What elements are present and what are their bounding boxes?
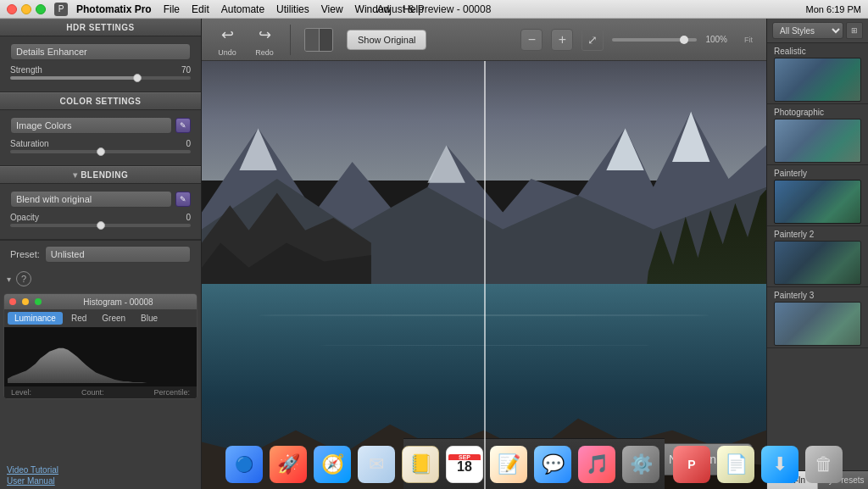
saturation-slider-track[interactable] (10, 150, 191, 153)
hist-level-label: Level: (11, 388, 31, 397)
menu-view[interactable]: View (321, 3, 343, 15)
style-item-photographic[interactable]: Photographic (767, 104, 868, 165)
menu-app[interactable]: Photomatix Pro (76, 3, 152, 15)
styles-dropdown[interactable]: All Styles (772, 22, 843, 39)
style-item-painterly[interactable]: Painterly (767, 165, 868, 226)
dock-notes[interactable]: 📝 (490, 446, 527, 483)
zoom-slider[interactable] (612, 38, 697, 42)
dock-trash[interactable]: 🗑 (805, 446, 843, 483)
launchpad-icon: 🚀 (277, 453, 300, 475)
manual-link[interactable]: User Manual (7, 476, 194, 486)
style-item-realistic[interactable]: Realistic (767, 43, 868, 104)
right-panel: All Styles ⊞ Realistic Photographic Pain… (766, 19, 868, 489)
hist-tab-green[interactable]: Green (95, 312, 132, 325)
main-layout: HDR SETTINGS Details Enhancer Strength 7… (0, 19, 868, 489)
styles-grid-btn[interactable]: ⊞ (846, 22, 863, 39)
dock-launchpad[interactable]: 🚀 (270, 446, 307, 483)
blending-section: Blend with original ✎ Opacity 0 (0, 184, 201, 240)
dock-contacts[interactable]: 📒 (402, 446, 439, 483)
center-right-wrapper: ↩ Undo ↪ Redo Show Original − (202, 19, 766, 489)
view-controls: − + ⤢ 100% (520, 29, 727, 51)
dock-notes2[interactable]: 📄 (717, 446, 754, 483)
dock-calendar[interactable]: SEP 18 (446, 446, 483, 483)
split-view-button[interactable] (304, 28, 333, 52)
style-item-painterly2[interactable]: Painterly 2 (767, 226, 868, 287)
menu-file[interactable]: File (164, 3, 180, 15)
close-button[interactable] (7, 4, 17, 14)
hist-tab-blue[interactable]: Blue (134, 312, 164, 325)
grid-icon: ⊞ (851, 26, 858, 35)
style-painterly2-thumb (774, 241, 861, 285)
menu-bar: P Photomatix Pro File Edit Automate Util… (0, 0, 868, 19)
style-item-painterly3[interactable]: Painterly 3 (767, 287, 868, 348)
opacity-slider-row: Opacity 0 (10, 213, 191, 227)
panel-collapse-arrow[interactable]: ▾ (7, 275, 11, 284)
zoom-out-button[interactable]: − (520, 29, 542, 51)
toolbar-divider-1 (290, 25, 291, 55)
sv-left (305, 29, 320, 51)
menu-utilities[interactable]: Utilities (276, 3, 309, 15)
hdr-preset-row: Details Enhancer (10, 43, 191, 60)
mail-icon: ✉ (369, 453, 384, 475)
window-title: Adjust & Preview - 00008 (377, 3, 492, 15)
image-area: Next: Finish (202, 61, 766, 489)
histogram-chart (4, 327, 197, 386)
redo-button[interactable]: ↪ Redo (253, 23, 276, 57)
opacity-slider-track[interactable] (10, 224, 191, 227)
fit-label: Fit (744, 36, 753, 44)
menu-automate[interactable]: Automate (221, 3, 264, 15)
dock-finder[interactable]: 🔵 (225, 446, 263, 483)
hist-tab-red[interactable]: Red (64, 312, 93, 325)
saturation-label: Saturation (10, 139, 49, 148)
hist-tab-luminance[interactable]: Luminance (8, 312, 63, 325)
style-painterly-thumb (774, 180, 861, 224)
zoom-out-icon: − (528, 32, 536, 47)
tutorial-link[interactable]: Video Tutorial (7, 465, 194, 475)
dock-system-prefs[interactable]: ⚙️ (622, 446, 659, 483)
strength-slider-thumb[interactable] (133, 74, 142, 82)
dock-photomatix[interactable]: P (673, 446, 710, 483)
split-line (484, 61, 486, 489)
style-realistic-thumb (774, 58, 861, 102)
hist-minimize[interactable] (22, 298, 29, 305)
dock-store[interactable]: ⬇ (761, 446, 798, 483)
opacity-slider-thumb[interactable] (97, 221, 105, 230)
opacity-label: Opacity (10, 213, 39, 222)
dock-music[interactable]: 🎵 (578, 446, 615, 483)
hdr-preset-dropdown[interactable]: Details Enhancer (10, 43, 191, 60)
color-dropdown[interactable]: Image Colors (10, 117, 172, 134)
fullscreen-button[interactable] (36, 4, 46, 14)
fit-button[interactable]: ⤢ (581, 29, 604, 51)
store-icon: ⬇ (772, 453, 787, 475)
saturation-value: 0 (186, 139, 191, 148)
zoom-in-icon: + (559, 32, 566, 47)
saturation-slider-thumb[interactable] (97, 147, 105, 156)
zoom-in-button[interactable]: + (551, 29, 573, 51)
dock: 🔵 🚀 🧭 ✉ 📒 SEP 18 📝 💬 (403, 438, 665, 489)
info-icon[interactable]: ? (16, 271, 31, 286)
show-original-button[interactable]: Show Original (347, 30, 426, 50)
color-settings-header: COLOR SETTINGS (0, 92, 201, 110)
dock-mail[interactable]: ✉ (358, 446, 395, 483)
preset-dropdown[interactable]: Unlisted (45, 246, 191, 263)
blend-dropdown[interactable]: Blend with original (10, 191, 172, 208)
dock-safari[interactable]: 🧭 (314, 446, 351, 483)
menu-bar-items: Photomatix Pro File Edit Automate Utilit… (76, 3, 424, 15)
color-dropdown-row: Image Colors ✎ (10, 117, 191, 134)
color-edit-icon[interactable]: ✎ (175, 118, 191, 133)
undo-button[interactable]: ↩ Undo (215, 23, 239, 57)
styles-header: All Styles ⊞ (767, 19, 868, 43)
menu-edit[interactable]: Edit (192, 3, 209, 15)
sv-right (320, 29, 333, 51)
hist-fullscreen[interactable] (35, 298, 42, 305)
blending-collapse-arrow[interactable]: ▾ (73, 170, 78, 180)
hist-close[interactable] (9, 298, 16, 305)
minimize-button[interactable] (21, 4, 31, 14)
blend-dropdown-row: Blend with original ✎ (10, 191, 191, 208)
dock-messages[interactable]: 💬 (534, 446, 571, 483)
strength-slider-track[interactable] (10, 76, 191, 80)
blend-edit-icon[interactable]: ✎ (175, 192, 191, 207)
menu-time: Mon 6:19 PM (806, 4, 861, 14)
zoom-thumb (680, 36, 688, 44)
strength-value: 70 (181, 65, 191, 75)
